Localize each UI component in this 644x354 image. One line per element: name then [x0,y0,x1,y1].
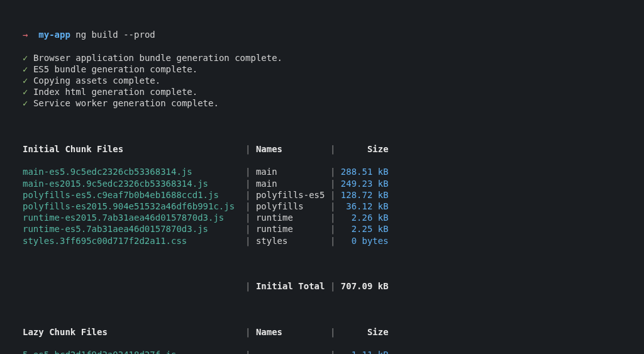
table-row: main-es2015.9c5edc2326cb53368314.js | ma… [23,178,621,189]
table-row: polyfills-es5.c9eaf7b0b4eb1688ccd1.js | … [23,189,621,201]
lazy-header: Lazy Chunk Files | Names | Size [23,326,621,338]
table-row: styles.3ff695c00d717f2d2a11.css | styles… [23,235,621,246]
initial-header: Initial Chunk Files | Names | Size [23,143,621,155]
status-line: ✓ Copying assets complete. [23,75,621,86]
status-line: ✓ Browser application bundle generation … [23,52,621,64]
check-icon: ✓ [23,75,28,86]
initial-total: | Initial Total | 707.09 kB [23,280,621,292]
check-icon: ✓ [23,98,28,108]
table-row: polyfills-es2015.904e51532a46df6b991c.js… [23,201,621,212]
check-icon: ✓ [23,53,28,63]
table-row: main-es5.9c5edc2326cb53368314.js | main … [23,166,621,177]
terminal-output: → my-app ng build --prod ✓ Browser appli… [0,0,644,354]
table-row: 5-es5.bcd2d1f9d3a03418d37f.js | - | 1.11… [23,349,621,354]
command-text: ng build --prod [75,30,155,40]
prompt-line[interactable]: → my-app ng build --prod [23,29,621,40]
status-line: ✓ ES5 bundle generation complete. [23,64,621,75]
table-row: runtime-es5.7ab31aea46d0157870d3.js | ru… [23,223,621,235]
table-row: runtime-es2015.7ab31aea46d0157870d3.js |… [23,212,621,223]
check-icon: ✓ [23,64,28,74]
status-line: ✓ Service worker generation complete. [23,97,621,109]
prompt-directory: my-app [38,30,70,40]
prompt-arrow-icon: → [23,30,28,40]
check-icon: ✓ [23,87,28,97]
status-line: ✓ Index html generation complete. [23,86,621,97]
